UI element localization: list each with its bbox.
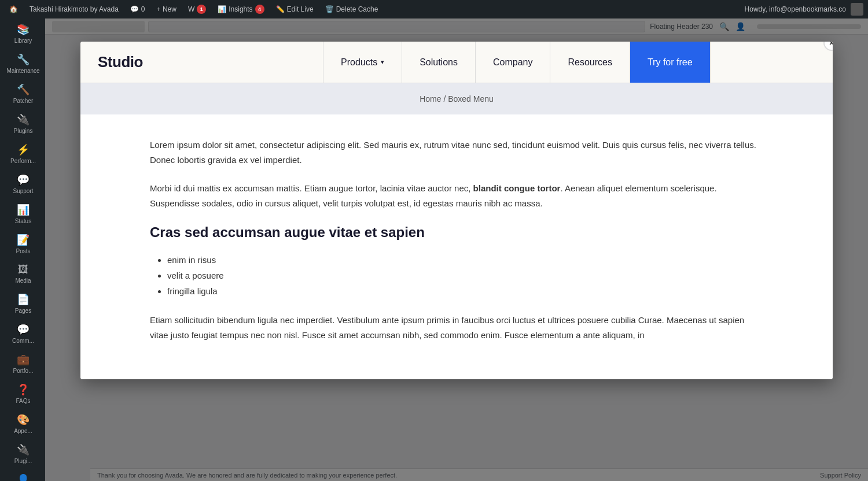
pages-icon: 📄 [17, 293, 30, 306]
sidebar-item-media[interactable]: 🖼 Media [0, 259, 45, 288]
list-item-1: enim in risus [167, 252, 763, 268]
users-icon: 👤 [17, 473, 30, 481]
portfolio-icon: 💼 [17, 353, 30, 366]
wp-sidebar: 📚 Library 🔧 Maintenance 🔨 Patcher 🔌 Plug… [0, 18, 45, 481]
avatar[interactable] [851, 3, 863, 16]
site-logo: Studio [98, 53, 143, 71]
patcher-icon: 🔨 [17, 83, 30, 96]
maintenance-icon: 🔧 [17, 53, 30, 66]
breadcrumb-area: Home / Boxed Menu [80, 83, 833, 114]
breadcrumb-home[interactable]: Home [420, 94, 441, 103]
appearance-icon: 🎨 [17, 413, 30, 426]
sidebar-item-users[interactable]: 👤 Users [0, 469, 45, 481]
content-paragraph-1: Lorem ipsum dolor sit amet, consectetur … [150, 138, 763, 167]
list-item-2: velit a posuere [167, 268, 763, 283]
faqs-icon: ❓ [17, 383, 30, 396]
nav-item-solutions[interactable]: Solutions [402, 42, 476, 83]
nav-item-products[interactable]: Products ▾ [323, 42, 402, 83]
sidebar-item-maintenance[interactable]: 🔧 Maintenance [0, 49, 45, 79]
support-icon: 💬 [17, 173, 30, 186]
para2-bold: blandit congue tortor [473, 183, 561, 193]
status-icon: 📊 [17, 204, 30, 216]
modal-content: Lorem ipsum dolor sit amet, consectetur … [80, 114, 833, 379]
posts-icon: 📝 [17, 234, 30, 246]
sidebar-item-plugins2[interactable]: 🔌 Plugi... [0, 439, 45, 469]
sidebar-item-pages[interactable]: 📄 Pages [0, 288, 45, 319]
content-paragraph-3: Etiam sollicitudin bibendum ligula nec i… [150, 313, 763, 342]
content-heading: Cras sed accumsan augue vitae et sapien [150, 224, 763, 240]
nav-items: Products ▾ Solutions Company Resources T… [323, 42, 833, 83]
sidebar-item-posts[interactable]: 📝 Posts [0, 229, 45, 259]
sidebar-item-status[interactable]: 📊 Status [0, 199, 45, 229]
products-chevron-icon: ▾ [381, 58, 384, 66]
breadcrumb-current: Boxed Menu [448, 94, 494, 103]
insights-badge: 4 [255, 5, 264, 14]
comments-item[interactable]: 💬 0 [126, 0, 150, 18]
sidebar-item-faqs[interactable]: ❓ FAQs [0, 379, 45, 409]
nav-item-company[interactable]: Company [476, 42, 550, 83]
site-title[interactable]: Takashi Hirakimoto by Avada [25, 0, 123, 18]
site-header: Studio Products ▾ Solutions Company Reso… [80, 42, 833, 83]
plugins2-icon: 🔌 [17, 443, 30, 456]
main-area: Floating Header 230 🔍 👤 × Studio Product… [45, 18, 868, 481]
comments-icon: 💬 [17, 323, 30, 336]
sidebar-item-performance[interactable]: ⚡ Perform... [0, 139, 45, 169]
nav-cta-button[interactable]: Try for free [630, 42, 711, 83]
sidebar-item-comments[interactable]: 💬 Comm... [0, 319, 45, 349]
library-icon: 📚 [17, 23, 30, 36]
nav-item-resources[interactable]: Resources [550, 42, 630, 83]
content-list: enim in risus velit a posuere fringilla … [150, 252, 763, 299]
plugins-icon: 🔌 [17, 113, 30, 126]
admin-bar: 🏠 Takashi Hirakimoto by Avada 💬 0 + New … [0, 0, 868, 18]
breadcrumb: Home / Boxed Menu [420, 94, 494, 103]
sidebar-item-patcher[interactable]: 🔨 Patcher [0, 79, 45, 109]
new-item[interactable]: + New [152, 0, 181, 18]
sidebar-item-plugins[interactable]: 🔌 Plugins [0, 109, 45, 139]
modal-container: × Studio Products ▾ Solutions Company [80, 42, 833, 379]
insights-item[interactable]: 📊 Insights 4 [213, 0, 269, 18]
sidebar-item-support[interactable]: 💬 Support [0, 169, 45, 199]
modal-overlay[interactable]: × Studio Products ▾ Solutions Company [45, 18, 868, 481]
performance-icon: ⚡ [17, 143, 30, 156]
edit-live-item[interactable]: ✏️ Edit Live [271, 0, 318, 18]
woo-item[interactable]: W 1 [183, 0, 211, 18]
wp-logo[interactable]: 🏠 [5, 0, 23, 18]
media-icon: 🖼 [18, 264, 28, 276]
logo-area: Studio [80, 42, 323, 83]
para2-before: Morbi id dui mattis ex accumsan mattis. … [150, 183, 473, 193]
sidebar-item-appearance[interactable]: 🎨 Appe... [0, 409, 45, 439]
delete-cache-item[interactable]: 🗑️ Delete Cache [321, 0, 383, 18]
sidebar-item-portfolio[interactable]: 💼 Portfo... [0, 349, 45, 379]
howdy-section: Howdy, info@openbookmarks.co [745, 3, 863, 16]
list-item-3: fringilla ligula [167, 283, 763, 299]
sidebar-item-library[interactable]: 📚 Library [0, 18, 45, 49]
woo-badge: 1 [197, 5, 206, 14]
content-paragraph-2: Morbi id dui mattis ex accumsan mattis. … [150, 181, 763, 210]
